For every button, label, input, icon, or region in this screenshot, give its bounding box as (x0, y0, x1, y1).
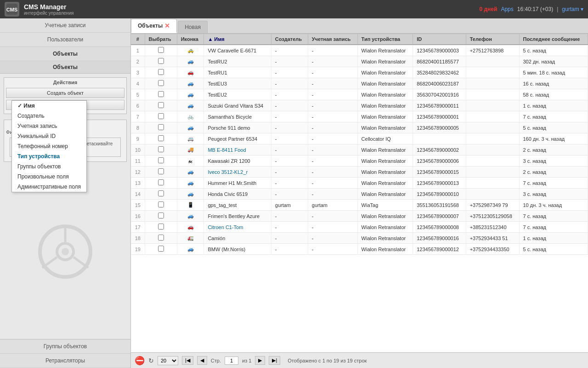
row-checkbox[interactable] (158, 235, 164, 241)
cell-name[interactable]: Suzuki Grand Vitara S34 (204, 100, 271, 111)
col-phone[interactable]: Телефон (466, 34, 519, 45)
tab-new[interactable]: Новая (178, 21, 208, 33)
cell-check[interactable] (145, 45, 177, 56)
cell-check[interactable] (145, 155, 177, 167)
filter-option-name[interactable]: Имя (12, 101, 86, 111)
cell-name[interactable]: Porsche 911 demo (204, 122, 271, 133)
row-checkbox[interactable] (158, 135, 164, 141)
delete-button[interactable]: ⛔ (135, 356, 145, 366)
header-user[interactable]: gurtam ▾ (562, 6, 583, 12)
svg-line-5 (42, 257, 57, 268)
col-select[interactable]: Выбрать (145, 34, 177, 45)
filter-option-account[interactable]: Учетная запись (12, 121, 86, 131)
row-checkbox[interactable] (158, 58, 164, 64)
row-checkbox[interactable] (158, 157, 164, 163)
row-checkbox[interactable] (158, 80, 164, 86)
cell-phone (466, 178, 519, 189)
cell-name[interactable]: TestRU2 (204, 56, 271, 67)
last-page-button[interactable]: ▶| (269, 356, 280, 365)
cell-check[interactable] (145, 56, 177, 67)
row-checkbox[interactable] (158, 124, 164, 130)
prev-page-button[interactable]: ◀ (197, 356, 207, 365)
cell-check[interactable] (145, 233, 177, 244)
sidebar-item-retranslators[interactable]: Ретрансляторы (0, 354, 130, 368)
cell-name[interactable]: MB E-8411 Food (204, 144, 271, 155)
row-checkbox[interactable] (158, 113, 164, 119)
cell-check[interactable] (145, 211, 177, 222)
row-checkbox[interactable] (158, 47, 164, 53)
row-checkbox[interactable] (158, 213, 164, 218)
row-checkbox[interactable] (158, 91, 164, 97)
sidebar-item-object-groups[interactable]: Группы объектов (0, 339, 130, 354)
cell-name[interactable]: Citroen C1-Tom (204, 222, 271, 233)
cell-check[interactable] (145, 78, 177, 89)
cell-name[interactable]: Peugeot Partner 6534 (204, 133, 271, 144)
filter-option-admin-fields[interactable]: Административные поля (12, 182, 86, 192)
row-checkbox[interactable] (158, 179, 164, 185)
per-page-select[interactable]: 20 50 100 (158, 356, 178, 365)
tab-objects[interactable]: Объекты ✕ (131, 19, 177, 33)
refresh-button[interactable]: ↻ (148, 357, 154, 364)
cell-name[interactable]: VW Caravelle E-6671 (204, 45, 271, 56)
row-checkbox[interactable] (158, 69, 164, 75)
filter-option-custom-fields[interactable]: Произвольные поля (12, 172, 86, 182)
create-object-button[interactable]: Создать объект (6, 88, 124, 98)
cell-name[interactable]: Hummer H1 Mr.Smith (204, 178, 271, 189)
cell-check[interactable] (145, 144, 177, 155)
cell-check[interactable] (145, 111, 177, 122)
filter-option-device-type[interactable]: Тип устройства (12, 151, 86, 161)
cell-check[interactable] (145, 122, 177, 133)
col-account[interactable]: Учетная запись (308, 34, 357, 45)
first-page-button[interactable]: |◀ (182, 356, 193, 365)
filter-option-creator[interactable]: Создатель (12, 111, 86, 121)
filter-option-phone[interactable]: Телефонный номер (12, 141, 86, 151)
col-device-type[interactable]: Тип устройства (357, 34, 413, 45)
sidebar-item-accounts[interactable]: Учетные записи (0, 18, 130, 33)
cell-name[interactable]: Frimen's Bentley Azure (204, 211, 271, 222)
filter-option-uid[interactable]: Уникальный ID (12, 131, 86, 141)
row-checkbox[interactable] (158, 102, 164, 108)
col-name[interactable]: ▲ Имя (204, 34, 271, 45)
tab-objects-close[interactable]: ✕ (164, 22, 170, 29)
row-checkbox[interactable] (158, 201, 164, 207)
row-checkbox[interactable] (158, 146, 164, 152)
cell-check[interactable] (145, 89, 177, 100)
cell-icon: 🚙 (177, 122, 204, 133)
cell-check[interactable] (145, 178, 177, 189)
cell-name[interactable]: TestEU3 (204, 78, 271, 89)
cell-name[interactable]: BMW (Mr.Norris) (204, 244, 271, 255)
cell-check[interactable] (145, 100, 177, 111)
row-checkbox[interactable] (158, 190, 164, 196)
apps-button[interactable]: Apps (501, 6, 513, 12)
next-page-button[interactable]: ▶ (255, 356, 265, 365)
cell-name[interactable]: Honda Civic 6519 (204, 189, 271, 200)
cell-name[interactable]: TestEU2 (204, 89, 271, 100)
cell-name[interactable]: TestRU1 (204, 67, 271, 78)
sidebar-item-objects[interactable]: Объекты (0, 47, 130, 61)
row-checkbox[interactable] (158, 246, 164, 252)
col-creator[interactable]: Создатель (271, 34, 308, 45)
row-checkbox[interactable] (158, 224, 164, 230)
cell-num: 7 (131, 111, 145, 122)
cell-account: - (308, 100, 357, 111)
col-id[interactable]: ID (413, 34, 466, 45)
sidebar-item-users[interactable]: Пользователи (0, 33, 130, 47)
table-row: 14 🚙 Honda Civic 6519 - - Wialon Retrans… (131, 189, 588, 200)
cell-name[interactable]: gps_tag_test (204, 200, 271, 211)
filter-option-groups[interactable]: Группы объектов (12, 161, 86, 172)
cell-icon: 📱 (177, 200, 204, 211)
cell-name[interactable]: Camión (204, 233, 271, 244)
cell-name[interactable]: Kawasaki ZR 1200 (204, 155, 271, 167)
cell-check[interactable] (145, 67, 177, 78)
row-checkbox[interactable] (158, 168, 164, 174)
cell-name[interactable]: Iveco 3512-KL2_r (204, 167, 271, 178)
cell-check[interactable] (145, 167, 177, 178)
col-last-message[interactable]: Последнее сообщение (519, 34, 588, 45)
cell-check[interactable] (145, 133, 177, 144)
cell-check[interactable] (145, 244, 177, 255)
cell-check[interactable] (145, 222, 177, 233)
cell-check[interactable] (145, 200, 177, 211)
page-input[interactable] (225, 356, 238, 365)
cell-check[interactable] (145, 189, 177, 200)
cell-name[interactable]: Samantha's Bicycle (204, 111, 271, 122)
